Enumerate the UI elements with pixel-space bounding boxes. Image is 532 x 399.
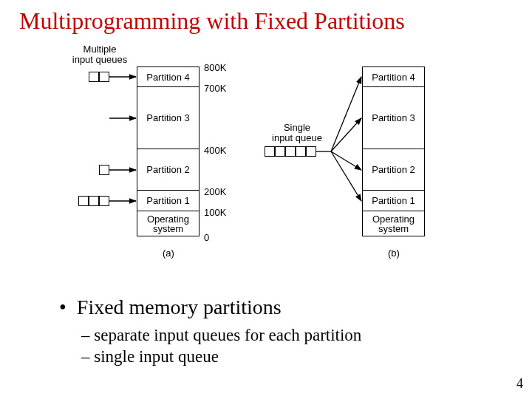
bullet-list: • Fixed memory partitions – separate inp…	[59, 296, 361, 368]
page-title: Multiprogramming with Fixed Partitions	[0, 0, 532, 35]
svg-line-6	[331, 118, 361, 151]
bullet-sub: – single input queue	[81, 347, 361, 368]
svg-line-7	[331, 151, 361, 170]
svg-line-8	[331, 151, 361, 201]
bullet-sub: – separate input queues for each partiti…	[81, 325, 361, 347]
bullet-main: • Fixed memory partitions	[59, 296, 361, 319]
svg-line-5	[331, 77, 361, 151]
caption-b: (b)	[388, 248, 400, 259]
arrows-b	[0, 44, 532, 296]
page-number: 4	[516, 376, 523, 392]
diagram: Multiple input queues Partition 4 Partit…	[0, 44, 532, 296]
